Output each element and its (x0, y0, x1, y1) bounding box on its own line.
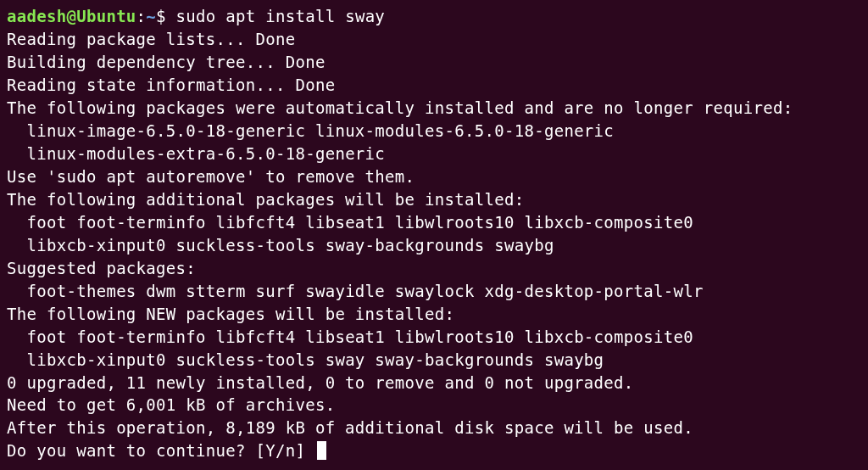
output-line: Building dependency tree... Done (7, 53, 326, 71)
output-line: The following packages were automaticall… (7, 98, 793, 117)
output-line: foot foot-terminfo libfcft4 libseat1 lib… (7, 327, 693, 346)
output-line: linux-modules-extra-6.5.0-18-generic (7, 144, 385, 163)
output-line: Suggested packages: (7, 259, 196, 277)
output-line: foot-themes dwm stterm surf swayidle swa… (7, 282, 704, 300)
prompt-path: ~ (146, 7, 156, 25)
terminal-output[interactable]: aadesh@Ubuntu:~$ sudo apt install sway R… (7, 5, 861, 462)
output-line: foot foot-terminfo libfcft4 libseat1 lib… (7, 213, 693, 232)
prompt-separator: : (136, 7, 147, 25)
output-line: Reading state information... Done (7, 76, 335, 94)
output-line: 0 upgraded, 11 newly installed, 0 to rem… (7, 373, 634, 392)
output-line: After this operation, 8,189 kB of additi… (7, 418, 693, 437)
output-line: Reading package lists... Done (7, 30, 295, 48)
output-line: The following additional packages will b… (7, 190, 524, 209)
output-line: linux-image-6.5.0-18-generic linux-modul… (7, 121, 614, 140)
prompt-user: aadesh@Ubuntu (7, 7, 136, 25)
output-line: Use 'sudo apt autoremove' to remove them… (7, 167, 415, 186)
cursor-icon (317, 441, 326, 460)
output-line: Need to get 6,001 kB of archives. (7, 395, 335, 414)
output-line: The following NEW packages will be insta… (7, 305, 454, 323)
output-line: libxcb-xinput0 suckless-tools sway sway-… (7, 350, 604, 369)
prompt-dollar: $ (156, 7, 175, 25)
output-line: libxcb-xinput0 suckless-tools sway-backg… (7, 236, 554, 255)
output-prompt-line: Do you want to continue? [Y/n] (7, 441, 315, 460)
command-text: sudo apt install sway (176, 7, 386, 25)
